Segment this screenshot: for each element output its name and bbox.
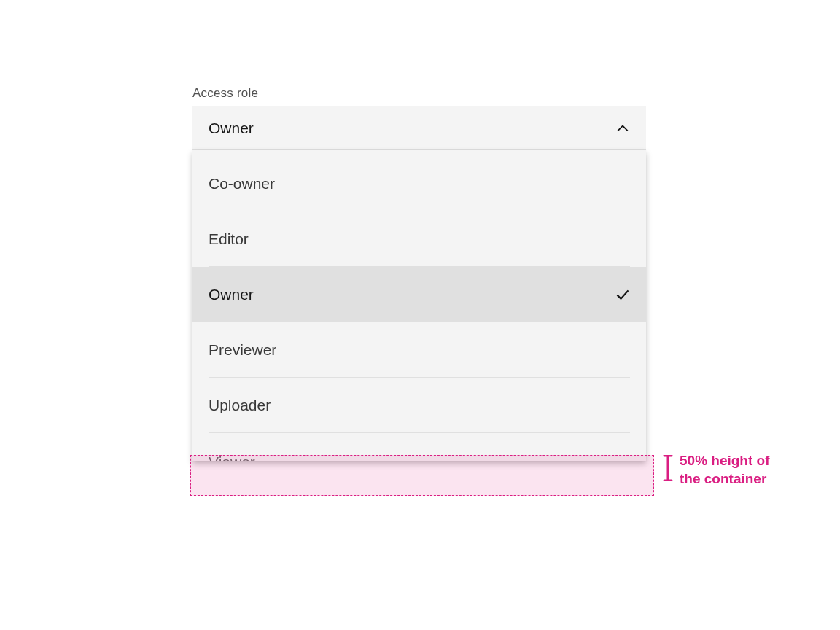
annotation-overlay	[190, 455, 654, 496]
dropdown-option-viewer[interactable]: Viewer	[192, 433, 646, 461]
dropdown-trigger[interactable]: Owner	[192, 106, 646, 150]
dropdown-option-uploader[interactable]: Uploader	[192, 378, 646, 433]
dropdown-menu: Co-owner Editor Owner Previewer Uploader	[192, 150, 646, 461]
option-label: Uploader	[209, 397, 271, 414]
access-role-dropdown: Owner Co-owner Editor Owner	[192, 106, 646, 461]
checkmark-icon	[615, 287, 630, 302]
option-label: Previewer	[209, 341, 276, 359]
dropdown-selected-value: Owner	[209, 120, 254, 137]
annotation-text: 50% height of the container	[680, 452, 825, 488]
annotation-bracket-icon	[662, 455, 675, 484]
dropdown-option-previewer[interactable]: Previewer	[192, 322, 646, 378]
option-label: Editor	[209, 230, 249, 248]
dropdown-option-co-owner[interactable]: Co-owner	[192, 156, 646, 211]
chevron-up-icon	[615, 121, 630, 136]
option-label: Viewer	[209, 454, 255, 461]
dropdown-option-editor[interactable]: Editor	[192, 211, 646, 267]
option-label: Owner	[209, 286, 254, 303]
option-label: Co-owner	[209, 175, 275, 192]
field-label: Access role	[192, 86, 648, 101]
dropdown-option-owner[interactable]: Owner	[192, 267, 646, 322]
